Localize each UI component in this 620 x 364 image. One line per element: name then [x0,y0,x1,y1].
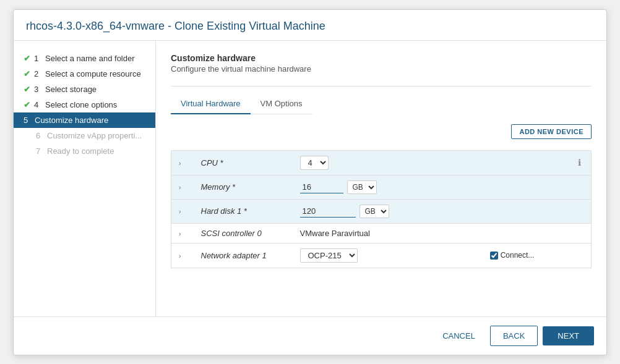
dialog-body: ✔ 1 Select a name and folder ✔ 2 Select … [14,41,606,316]
hardware-table: › CPU * 4 1 2 8 [171,150,592,268]
sidebar-item-step2: ✔ 2 Select a compute resource [14,66,155,82]
memory-label: Memory * [201,182,236,192]
cpu-row: › CPU * 4 1 2 8 [171,150,592,175]
network-value-container: OCP-215 [300,248,475,263]
network-select[interactable]: OCP-215 [300,248,358,263]
connect-checkbox[interactable] [490,252,498,260]
check-icon-step1: ✔ [24,54,30,63]
harddisk-input[interactable] [300,205,356,218]
step4-label: Select clone options [45,100,117,109]
sidebar-item-step1: ✔ 1 Select a name and folder [14,51,155,66]
next-button[interactable]: NEXT [543,326,594,345]
step5-label: Customize hardware [35,116,108,125]
tabs-row: Virtual Hardware VM Options [171,94,592,124]
step3-number: 3 [34,85,43,94]
add-device-container: ADD NEW DEVICE [171,124,592,145]
step5-number: 5 [24,116,32,125]
memory-expand-icon[interactable]: › [179,184,181,191]
dialog-footer: CANCEL BACK NEXT [14,316,606,355]
section-subtitle: Configure the virtual machine hardware [171,64,592,74]
step1-number: 1 [34,54,43,63]
harddisk-value-container: GB MB TB [300,205,475,218]
check-icon-step4: ✔ [24,100,30,109]
clone-vm-dialog: rhcos-4.3.0-x86_64-vmware - Clone Existi… [13,9,607,355]
step2-number: 2 [34,69,43,78]
check-icon-step3: ✔ [24,85,30,94]
tab-virtual-hardware[interactable]: Virtual Hardware [171,94,251,114]
divider [171,86,592,87]
scsi-expand-icon[interactable]: › [179,231,181,237]
scsi-value: VMware Paravirtual [300,229,370,238]
sidebar-item-step3: ✔ 3 Select storage [14,82,155,97]
network-label: Network adapter 1 [201,251,267,260]
main-content: Customize hardware Configure the virtual… [156,41,606,316]
step1-label: Select a name and folder [45,54,135,63]
harddisk-unit-select[interactable]: GB MB TB [360,205,389,218]
check-icon-step2: ✔ [24,69,30,78]
scsi-label: SCSI controller 0 [201,229,262,238]
cpu-info-icon[interactable]: ℹ [578,158,581,167]
memory-unit-select[interactable]: GB MB [347,180,377,194]
sidebar: ✔ 1 Select a name and folder ✔ 2 Select … [14,41,156,316]
memory-row: › Memory * GB MB [171,175,592,199]
sidebar-item-step6: 6 Customize vApp properti... [14,128,155,143]
harddisk-expand-icon[interactable]: › [179,208,181,215]
network-row: › Network adapter 1 OCP-215 [171,243,592,268]
cpu-value-container: 4 1 2 8 [300,156,475,170]
connect-label: Connect... [501,251,535,260]
cancel-button[interactable]: CANCEL [433,326,485,345]
cpu-label: CPU * [201,158,223,167]
step2-label: Select a compute resource [45,69,141,78]
cpu-select[interactable]: 4 1 2 8 [300,156,329,170]
harddisk-row: › Hard disk 1 * GB MB TB [171,199,592,223]
tab-vm-options[interactable]: VM Options [251,94,312,114]
section-title: Customize hardware [171,53,592,63]
step7-number: 7 [36,146,45,156]
back-button[interactable]: BACK [490,326,538,346]
sidebar-item-step4: ✔ 4 Select clone options [14,97,155,112]
harddisk-label: Hard disk 1 * [201,206,247,216]
cpu-expand-icon[interactable]: › [179,160,181,167]
step3-label: Select storage [45,85,97,94]
connect-checkbox-label: Connect... [490,251,583,260]
sidebar-item-step5[interactable]: 5 Customize hardware [14,112,155,128]
step6-label: Customize vApp properti... [47,131,142,140]
step4-number: 4 [34,100,43,109]
tabs: Virtual Hardware VM Options [171,94,312,114]
dialog-title: rhcos-4.3.0-x86_64-vmware - Clone Existi… [14,10,606,41]
step6-number: 6 [36,131,45,140]
memory-input[interactable] [300,181,343,193]
scsi-row: › SCSI controller 0 VMware Paravirtual [171,223,592,243]
step7-label: Ready to complete [47,146,114,156]
memory-value-container: GB MB [300,180,475,194]
add-new-device-button[interactable]: ADD NEW DEVICE [511,124,592,139]
network-expand-icon[interactable]: › [179,253,181,260]
sidebar-item-step7: 7 Ready to complete [14,143,155,159]
